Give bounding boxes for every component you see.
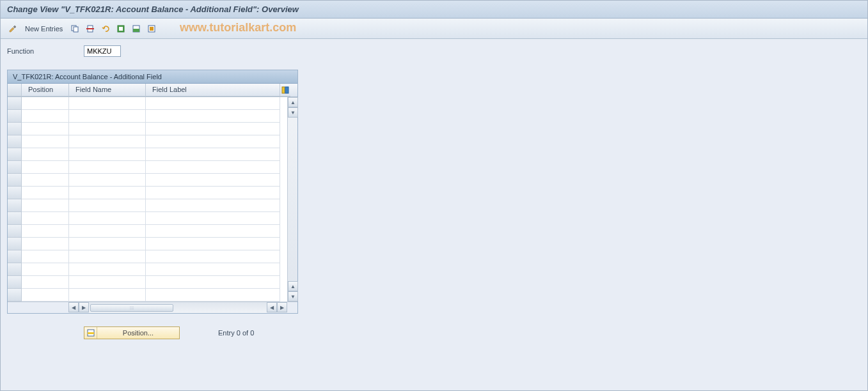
undo-icon[interactable] [100, 23, 111, 34]
row-selector[interactable] [8, 174, 22, 187]
row-selector[interactable] [8, 212, 22, 225]
row-selector[interactable] [8, 110, 22, 123]
table-config-icon[interactable] [280, 84, 290, 96]
table-row[interactable] [8, 161, 287, 174]
function-field-row: Function [7, 45, 861, 57]
scroll-down-icon[interactable]: ▼ [288, 107, 298, 118]
table-row[interactable] [8, 110, 287, 123]
table-row[interactable] [8, 225, 287, 238]
table-row[interactable] [8, 148, 287, 161]
hscroll-track[interactable]: ::: [89, 302, 267, 313]
title-bar: Change View "V_TFK021R: Account Balance … [1, 1, 867, 19]
column-header-field-name[interactable]: Field Name [69, 84, 146, 96]
svg-rect-11 [285, 87, 288, 93]
row-selector[interactable] [8, 250, 22, 263]
scroll-right-icon[interactable]: ▶ [79, 302, 89, 312]
position-icon [84, 327, 97, 339]
row-selector[interactable] [8, 187, 22, 199]
row-selector[interactable] [8, 148, 22, 161]
position-button-label: Position... [97, 329, 179, 337]
content-area: Function V_TFK021R: Account Balance - Ad… [1, 39, 867, 390]
scroll-right-icon[interactable]: ▶ [277, 302, 287, 312]
table-row[interactable] [8, 276, 287, 289]
svg-rect-10 [282, 87, 285, 93]
table-row[interactable] [8, 250, 287, 263]
grid-body: ▲ ▼ ▲ ▼ [8, 97, 297, 302]
table-row[interactable] [8, 135, 287, 148]
scroll-left-icon[interactable]: ◀ [68, 302, 79, 312]
copy-icon[interactable] [69, 23, 81, 34]
svg-rect-3 [86, 28, 94, 29]
table-row[interactable] [8, 212, 287, 225]
horizontal-scrollbar[interactable]: ◀ ▶ ::: ◀ ▶ [8, 302, 297, 313]
row-selector[interactable] [8, 199, 22, 212]
table-panel: V_TFK021R: Account Balance - Additional … [7, 70, 298, 314]
row-selector[interactable] [8, 225, 22, 238]
function-label: Function [7, 47, 84, 55]
page-title: Change View "V_TFK021R: Account Balance … [7, 4, 299, 14]
row-selector[interactable] [8, 135, 22, 148]
row-selector[interactable] [8, 161, 22, 174]
column-header-position[interactable]: Position [22, 84, 69, 96]
svg-rect-1 [74, 27, 78, 32]
scroll-up-icon[interactable]: ▲ [288, 97, 298, 107]
hscroll-thumb[interactable]: ::: [90, 304, 173, 312]
select-all-icon[interactable] [115, 23, 127, 34]
table-row[interactable] [8, 97, 287, 110]
table-grid: Position Field Name Field Label [8, 84, 297, 313]
row-selector[interactable] [8, 289, 22, 302]
toolbar: New Entries www.tutorialkart.com [1, 19, 867, 39]
row-selector[interactable] [8, 238, 22, 250]
bottom-controls: Position... Entry 0 of 0 [7, 314, 861, 346]
svg-rect-13 [88, 332, 94, 334]
scroll-down-icon[interactable]: ▼ [288, 291, 298, 302]
table-row[interactable] [8, 289, 287, 302]
new-entries-button[interactable]: New Entries [22, 24, 65, 34]
row-selector[interactable] [8, 123, 22, 135]
table-row[interactable] [8, 263, 287, 276]
table-row[interactable] [8, 187, 287, 199]
watermark-text: www.tutorialkart.com [180, 21, 296, 34]
scroll-left-icon[interactable]: ◀ [267, 302, 277, 312]
vertical-scrollbar[interactable]: ▲ ▼ ▲ ▼ [287, 97, 297, 302]
table-row[interactable] [8, 123, 287, 135]
row-selector[interactable] [8, 276, 22, 289]
grid-header-row: Position Field Name Field Label [8, 84, 297, 97]
svg-rect-9 [150, 27, 154, 31]
table-row[interactable] [8, 174, 287, 187]
row-selector[interactable] [8, 97, 22, 110]
delete-icon[interactable] [84, 23, 96, 34]
toggle-change-icon[interactable] [7, 23, 19, 34]
column-header-field-label[interactable]: Field Label [146, 84, 280, 96]
row-selector[interactable] [8, 263, 22, 276]
scroll-up-icon[interactable]: ▲ [288, 281, 298, 291]
entry-count-text: Entry 0 of 0 [218, 329, 254, 337]
select-block-icon[interactable] [130, 23, 142, 34]
svg-rect-5 [119, 27, 123, 31]
table-row[interactable] [8, 199, 287, 212]
panel-header: V_TFK021R: Account Balance - Additional … [8, 70, 297, 84]
position-button[interactable]: Position... [84, 326, 180, 339]
select-all-cell[interactable] [8, 84, 22, 96]
function-input[interactable] [84, 45, 121, 57]
table-row[interactable] [8, 238, 287, 250]
deselect-all-icon[interactable] [146, 23, 157, 34]
svg-rect-7 [133, 29, 139, 32]
